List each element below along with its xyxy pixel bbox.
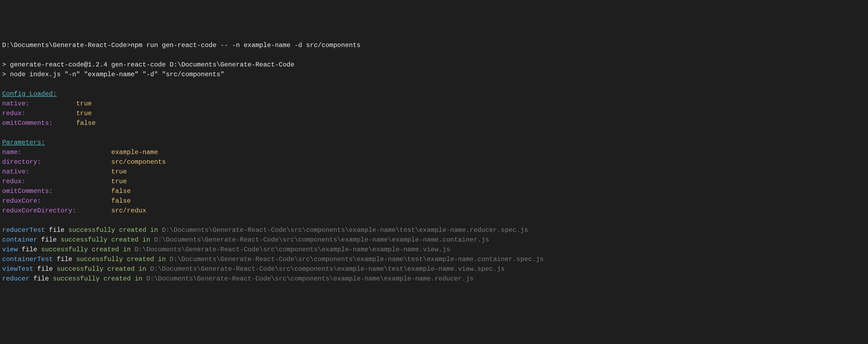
blank-line (2, 216, 866, 226)
param-item-line: redux: true (2, 177, 866, 186)
config-item-line: redux: true (2, 109, 866, 118)
file-type-label: container (2, 236, 37, 243)
param-key: reduxCore: (2, 197, 41, 205)
file-word: file (18, 246, 41, 253)
created-file-path: D:\Documents\Generate-React-Code\src\com… (169, 255, 544, 263)
config-key: redux: (2, 110, 25, 117)
param-value: false (111, 197, 131, 205)
file-type-label: containerTest (2, 255, 53, 263)
params-header-line: Parameters: (2, 138, 866, 147)
config-key: omitComments: (2, 119, 53, 127)
file-word: file (37, 236, 61, 243)
param-key: reduxCoreDirectory: (2, 207, 76, 214)
success-action: successfully created in (68, 227, 162, 234)
config-value: true (76, 110, 92, 117)
param-value: src/components (111, 158, 166, 166)
parameters-header: Parameters: (2, 139, 45, 146)
success-action: successfully created in (53, 275, 146, 282)
param-item-line: name: example-name (2, 147, 866, 157)
config-value: false (76, 119, 96, 127)
param-item-line: native: true (2, 167, 866, 177)
param-key: redux: (2, 178, 25, 185)
file-word: file (45, 227, 68, 234)
param-key: name: (2, 149, 22, 156)
param-item-line: reduxCoreDirectory: src/redux (2, 206, 866, 216)
created-file-path: D:\Documents\Generate-React-Code\src\com… (154, 236, 489, 243)
terminal-output: D:\Documents\Generate-React-Code>npm run… (2, 40, 866, 284)
success-message-line: reducerTest file successfully created in… (2, 226, 866, 235)
config-key: native: (2, 100, 29, 107)
success-message-line: containerTest file successfully created … (2, 254, 866, 264)
config-loaded-header: Config Loaded: (2, 90, 57, 98)
config-item-line: native: true (2, 99, 866, 109)
file-type-label: reducerTest (2, 227, 45, 234)
file-word: file (33, 265, 57, 273)
file-type-label: viewTest (2, 265, 33, 273)
param-key: directory: (2, 158, 41, 166)
npm-output-line-1: > generate-react-code@1.2.4 gen-react-co… (2, 60, 866, 70)
param-value: example-name (111, 149, 158, 156)
file-type-label: reducer (2, 275, 29, 282)
file-word: file (53, 255, 76, 263)
config-value: true (76, 100, 92, 107)
param-item-line: omitComments: false (2, 186, 866, 196)
blank-line (2, 50, 866, 60)
param-key: native: (2, 168, 29, 175)
command-prompt-line[interactable]: D:\Documents\Generate-React-Code>npm run… (2, 40, 866, 50)
created-file-path: D:\Documents\Generate-React-Code\src\com… (135, 246, 451, 253)
success-action: successfully created in (41, 246, 135, 253)
created-file-path: D:\Documents\Generate-React-Code\src\com… (146, 275, 474, 282)
file-word: file (29, 275, 53, 282)
created-file-path: D:\Documents\Generate-React-Code\src\com… (162, 227, 528, 234)
param-value: true (111, 178, 127, 185)
blank-line (2, 79, 866, 89)
success-message-line: viewTest file successfully created in D:… (2, 264, 866, 274)
success-message-line: view file successfully created in D:\Doc… (2, 245, 866, 254)
success-action: successfully created in (57, 265, 150, 273)
config-item-line: omitComments: false (2, 118, 866, 128)
file-type-label: view (2, 246, 18, 253)
param-key: omitComments: (2, 187, 53, 195)
param-value: false (111, 187, 131, 195)
param-value: src/redux (111, 207, 146, 214)
success-message-line: reducer file successfully created in D:\… (2, 274, 866, 284)
success-action: successfully created in (76, 255, 170, 263)
param-value: true (111, 168, 127, 175)
config-header-line: Config Loaded: (2, 89, 866, 99)
param-item-line: directory: src/components (2, 157, 866, 167)
blank-line (2, 128, 866, 138)
created-file-path: D:\Documents\Generate-React-Code\src\com… (150, 265, 505, 273)
prompt-path: D:\Documents\Generate-React-Code> (2, 42, 131, 49)
npm-output-line-2: > node index.js "-n" "example-name" "-d"… (2, 70, 866, 79)
prompt-command: npm run gen-react-code -- -n example-nam… (131, 42, 361, 49)
success-message-line: container file successfully created in D… (2, 235, 866, 245)
success-action: successfully created in (61, 236, 154, 243)
param-item-line: reduxCore: false (2, 196, 866, 206)
